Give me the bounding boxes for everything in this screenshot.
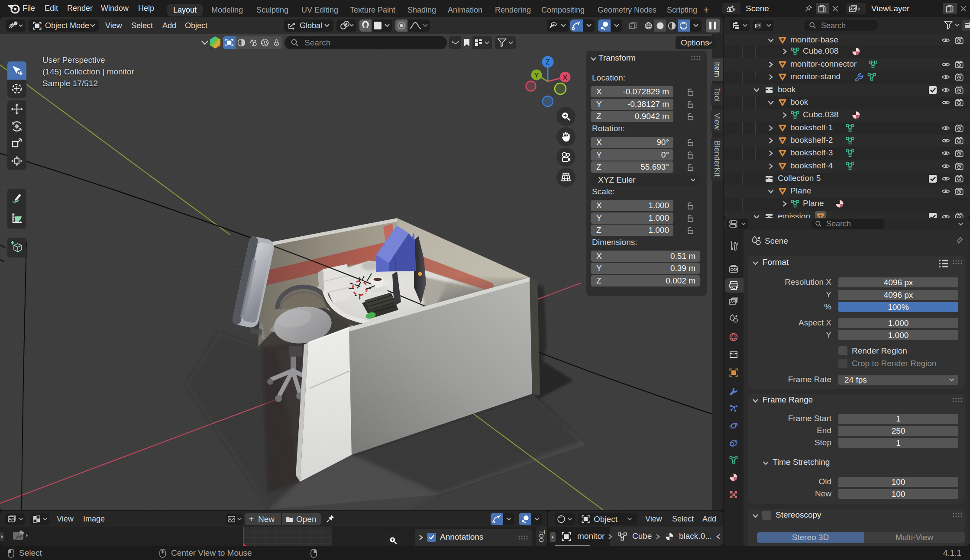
svg-text:Y: Y xyxy=(534,71,539,79)
svg-text:X: X xyxy=(563,74,567,81)
svg-text:Z: Z xyxy=(546,58,550,66)
